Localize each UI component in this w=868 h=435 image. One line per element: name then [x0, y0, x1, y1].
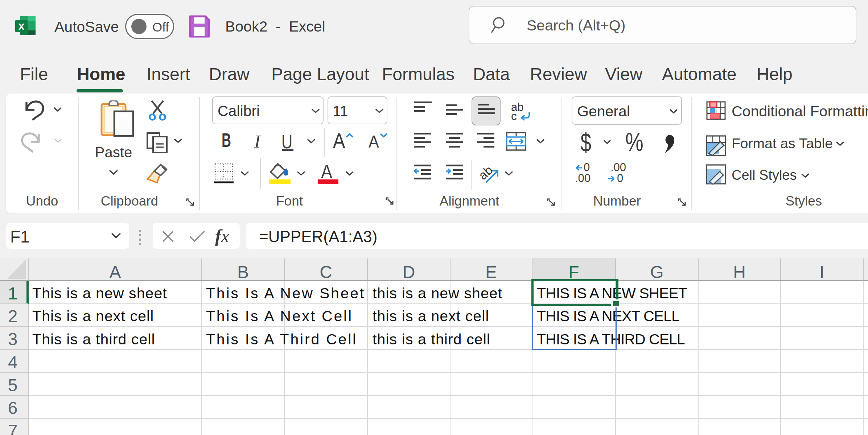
svg-text:X: X: [18, 21, 25, 32]
